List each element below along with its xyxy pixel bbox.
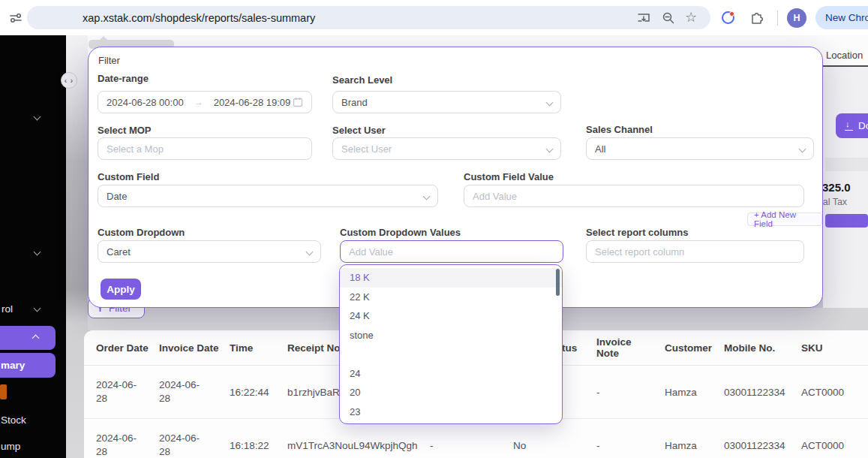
chevron-down-icon	[546, 145, 554, 152]
zoom-out-icon[interactable]	[661, 11, 676, 26]
table-cell: 16:18:22	[230, 440, 287, 451]
select-mop-field[interactable]	[107, 143, 303, 155]
select-mop-input[interactable]	[98, 137, 312, 160]
stat-value: 325.0	[822, 181, 851, 194]
table-cell: 2024-06-28	[96, 378, 159, 405]
chevron-up-icon	[32, 335, 40, 342]
browser-extension-icon[interactable]	[722, 11, 734, 24]
table-cell: ACT0000	[801, 440, 868, 451]
download-label: Download	[858, 120, 868, 131]
custom-dropdown-values-input[interactable]	[340, 240, 563, 263]
bookmark-star-icon[interactable]: ☆	[685, 9, 697, 26]
custom-field-value-text: Date	[107, 191, 127, 202]
dropdown-option[interactable]: 23	[340, 402, 562, 422]
select-user-select[interactable]: Select User	[332, 137, 561, 160]
custom-dropdown-select[interactable]: Caret	[98, 240, 321, 263]
range-arrow-icon: →	[194, 97, 203, 107]
column-header: Invoice Date	[159, 342, 230, 354]
chevron-down-icon[interactable]	[34, 113, 41, 121]
dropdown-option[interactable]: 22 K	[340, 288, 562, 307]
custom-dropdown-values-menu: 18 K22 K24 Kstone242023	[339, 264, 563, 424]
chevron-down-icon	[799, 145, 806, 152]
table-row[interactable]: 2024-06-282024-06-2816:18:22mV1TrcA3NouL…	[84, 419, 868, 458]
search-level-value: Brand	[341, 97, 368, 108]
column-header: Time	[230, 342, 287, 354]
column-header: SKU	[801, 342, 868, 354]
toolbar-separator	[777, 11, 778, 26]
sales-channel-value: All	[595, 143, 605, 155]
dropdown-option[interactable]	[340, 345, 562, 364]
custom-dropdown-values-label: Custom Dropdown Values	[340, 227, 461, 238]
table-cell: No	[513, 440, 596, 451]
table-cell: mV1TrcA3NouL94WkpjhQgh	[287, 440, 430, 451]
url-text[interactable]: xap.xstak.com/shopdesk/reports/sales-sum…	[83, 12, 315, 24]
sidebar-collapse-toggle[interactable]: ‹ ›	[61, 72, 77, 89]
column-header: Invoice Note	[596, 336, 665, 359]
chevron-down-icon	[306, 248, 314, 255]
scrollbar-thumb[interactable]	[556, 269, 560, 296]
dropdown-option[interactable]: 24	[340, 364, 562, 384]
sidebar-item-active[interactable]: mary	[0, 353, 56, 378]
select-report-columns-input[interactable]	[586, 240, 804, 263]
download-icon	[845, 122, 852, 131]
sidebar-item-fragment[interactable]: rol	[2, 303, 13, 315]
table-cell: 03001122334	[724, 440, 801, 451]
sidebar-item-fragment[interactable]: Stock	[1, 414, 26, 426]
custom-field-label: Custom Field	[98, 171, 159, 182]
column-header: Order Date	[96, 342, 159, 354]
search-level-select[interactable]: Brand	[332, 91, 561, 113]
notification-dot	[729, 11, 734, 17]
dropdown-option[interactable]: 18 K	[340, 268, 562, 288]
dropdown-option[interactable]: stone	[340, 326, 562, 345]
location-selector[interactable]: Location	[826, 50, 868, 61]
search-level-label: Search Level	[332, 74, 392, 86]
custom-dropdown-value: Caret	[107, 246, 131, 258]
chevron-down-icon	[423, 192, 431, 200]
sales-channel-select[interactable]: All	[586, 137, 814, 160]
select-user-label: Select User	[332, 125, 386, 136]
custom-dropdown-label: Custom Dropdown	[98, 227, 185, 238]
custom-field-select[interactable]: Date	[98, 185, 438, 207]
download-button[interactable]: Download	[836, 113, 868, 138]
profile-avatar[interactable]: H	[787, 8, 806, 28]
custom-dropdown-values-field[interactable]	[349, 246, 554, 258]
select-report-columns-label: Select report columns	[586, 227, 689, 238]
custom-field-value-input[interactable]	[464, 185, 804, 207]
table-cell: -	[596, 440, 665, 451]
table-cell: 2024-06-28	[96, 432, 159, 458]
date-range-input[interactable]: 2024-06-28 00:00 → 2024-06-28 19:09	[98, 91, 312, 113]
new-chrome-button[interactable]: New Chrome	[815, 6, 868, 29]
sales-channel-label: Sales Channel	[586, 124, 653, 135]
date-range-label: Date-range	[98, 73, 149, 84]
sidebar-item-orange-fragment[interactable]	[0, 384, 7, 399]
dropdown-option[interactable]: 20	[340, 383, 562, 402]
select-user-placeholder: Select User	[341, 143, 392, 155]
install-app-icon[interactable]	[636, 11, 651, 26]
browser-toolbar: xap.xstak.com/shopdesk/reports/sales-sum…	[0, 0, 868, 35]
column-header: Mobile No.	[724, 342, 801, 354]
apply-button[interactable]: Apply	[101, 279, 141, 300]
date-range-start: 2024-06-28 00:00	[107, 97, 184, 108]
select-report-columns-field[interactable]	[595, 246, 795, 258]
add-new-field-button[interactable]: + Add New Field	[747, 212, 822, 226]
table-cell: Hamza	[665, 440, 724, 451]
table-cell: -	[430, 440, 513, 451]
chevron-down-icon[interactable]	[34, 249, 41, 256]
chevron-down-icon	[546, 98, 554, 106]
custom-field-value-label: Custom Field Value	[464, 171, 554, 182]
date-range-end: 2024-06-28 19:09	[214, 97, 291, 108]
column-header: Customer	[665, 342, 724, 354]
sidebar-item-fragment[interactable]: ump	[1, 441, 20, 452]
custom-field-value-field[interactable]	[473, 191, 795, 202]
table-cell: 2024-06-28	[159, 432, 230, 458]
sidebar-item-active-parent[interactable]	[0, 326, 56, 350]
table-cell: 03001122334	[724, 387, 801, 398]
extensions-puzzle-icon[interactable]	[749, 11, 764, 26]
tune-icon[interactable]	[8, 11, 23, 26]
table-cell: -	[596, 387, 665, 398]
modal-title: Filter	[98, 55, 120, 66]
dropdown-option[interactable]: 24 K	[340, 306, 562, 326]
table-cell: ACT0000	[801, 387, 868, 398]
partial-button-fragment[interactable]	[825, 214, 868, 227]
chevron-down-icon[interactable]	[34, 305, 41, 312]
